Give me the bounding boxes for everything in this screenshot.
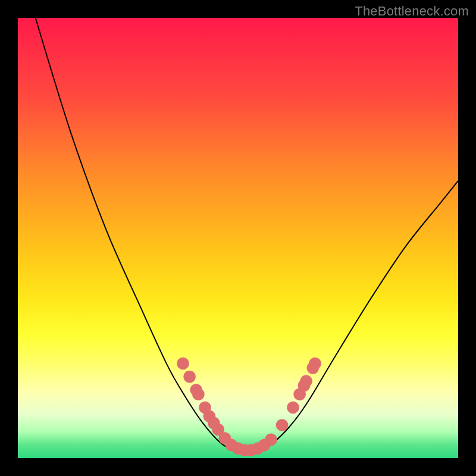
bottleneck-curve (36, 18, 458, 452)
data-marker (309, 358, 321, 370)
data-marker (276, 419, 289, 431)
data-marker (265, 434, 277, 446)
plot-svg (18, 18, 458, 458)
data-marker (183, 371, 196, 383)
data-marker (192, 388, 205, 400)
data-marker (177, 358, 189, 370)
data-marker (300, 375, 312, 387)
watermark-text: TheBottleneck.com (355, 4, 469, 19)
marker-group (177, 358, 321, 457)
data-marker (287, 402, 299, 414)
chart-frame: TheBottleneck.com (0, 0, 476, 476)
